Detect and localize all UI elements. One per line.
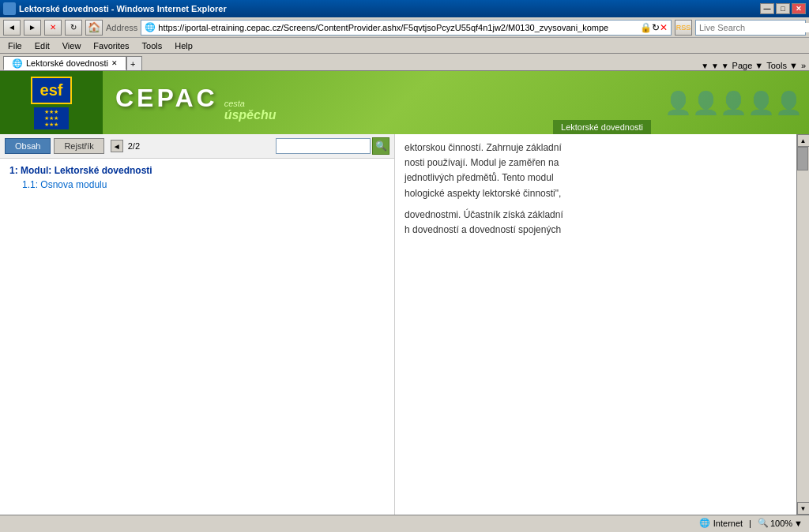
right-panel-wrapper: ektorskou činností. Zahrnuje základní no… bbox=[395, 134, 809, 515]
refresh-button[interactable]: ↻ bbox=[65, 20, 82, 36]
zoom-label: 100% bbox=[770, 519, 792, 528]
stop-button[interactable]: ✕ bbox=[44, 20, 62, 36]
tab-bar: 🌐 Lektorské dovednosti ✕ + ▼ ▼ ▼ Page ▼ … bbox=[0, 54, 809, 71]
status-zoom[interactable]: 🔍 100% ▼ bbox=[758, 518, 803, 528]
tab-icon: 🌐 bbox=[12, 58, 23, 69]
menu-edit[interactable]: Edit bbox=[30, 39, 55, 52]
nav-arrows: ◄ 2/2 bbox=[111, 140, 143, 152]
menu-tools[interactable]: Tools bbox=[137, 39, 167, 52]
page-icon: 🌐 bbox=[145, 22, 156, 32]
scroll-track[interactable] bbox=[797, 147, 810, 502]
tab-tools-label: ▼ ▼ ▼ bbox=[701, 62, 728, 70]
maximize-button[interactable]: □ bbox=[776, 3, 790, 14]
page-indicator: 2/2 bbox=[125, 141, 143, 151]
obsah-tab[interactable]: Obsah bbox=[5, 138, 51, 154]
back-button[interactable]: ◄ bbox=[3, 20, 21, 36]
zoom-icon: 🔍 bbox=[758, 518, 769, 528]
panel-search-button[interactable]: 🔍 bbox=[372, 137, 389, 155]
cepac-header: esf ★★★★★★★★★ CEPAC cesta úspěchu Lektor… bbox=[0, 71, 809, 134]
menu-favorites[interactable]: Favorites bbox=[88, 39, 134, 52]
prev-page-button[interactable]: ◄ bbox=[111, 140, 123, 152]
internet-icon: 🌐 bbox=[699, 518, 710, 528]
esf-logo: esf bbox=[31, 77, 73, 104]
new-tab-button[interactable]: + bbox=[126, 56, 142, 70]
lock-icon: 🔒 bbox=[640, 22, 652, 33]
content-text-block1: ektorskou činností. Zahrnuje základní no… bbox=[404, 140, 787, 201]
cepac-people-silhouettes: 👤👤👤👤👤 bbox=[651, 71, 809, 134]
panel-search-input[interactable] bbox=[276, 138, 371, 154]
tools-dropdown[interactable]: Tools ▼ bbox=[766, 61, 798, 70]
content-text-block2: dovednostmi. Účastník získá základní h d… bbox=[404, 208, 787, 238]
status-right: 🌐 Internet | 🔍 100% ▼ bbox=[699, 518, 803, 528]
tree-item-osnova[interactable]: 1.1: Osnova modulu bbox=[22, 179, 385, 190]
eu-flag: ★★★★★★★★★ bbox=[34, 107, 69, 129]
cross-icon-small: ✕ bbox=[660, 22, 668, 33]
ie-window-icon bbox=[3, 2, 16, 15]
expand-icon[interactable]: » bbox=[801, 61, 806, 70]
zone-label: Internet bbox=[713, 519, 743, 528]
browser-content: esf ★★★★★★★★★ CEPAC cesta úspěchu Lektor… bbox=[0, 71, 809, 515]
rss-button[interactable]: RSS bbox=[675, 20, 692, 36]
page-dropdown[interactable]: Page ▼ bbox=[732, 61, 764, 70]
home-button[interactable]: 🏠 bbox=[85, 20, 103, 36]
status-separator: | bbox=[749, 519, 751, 528]
title-left: Lektorské dovednosti - Windows Internet … bbox=[3, 2, 227, 15]
address-input-wrapper[interactable]: 🌐 🔒 ↻ ✕ bbox=[141, 20, 672, 36]
tab-close-icon[interactable]: ✕ bbox=[111, 59, 118, 67]
window-titlebar: Lektorské dovednosti - Windows Internet … bbox=[0, 0, 809, 17]
scroll-thumb[interactable] bbox=[797, 147, 808, 170]
scroll-down-button[interactable]: ▼ bbox=[797, 502, 810, 515]
tree-content: 1: Modul: Lektorské dovednosti 1.1: Osno… bbox=[0, 159, 394, 515]
cepac-subtitle: cesta úspěchu bbox=[224, 99, 277, 122]
panel-toolbar: Obsah Rejstřík ◄ 2/2 🔍 bbox=[0, 134, 394, 159]
refresh-icon-small: ↻ bbox=[652, 22, 660, 33]
cepac-logo-area: esf ★★★★★★★★★ bbox=[0, 71, 103, 134]
zoom-dropdown-icon[interactable]: ▼ bbox=[794, 519, 803, 528]
scroll-up-button[interactable]: ▲ bbox=[797, 134, 810, 147]
menu-view[interactable]: View bbox=[58, 39, 86, 52]
search-input[interactable] bbox=[696, 23, 809, 32]
active-tab[interactable]: 🌐 Lektorské dovednosti ✕ bbox=[3, 56, 126, 70]
cepac-brand-area: CEPAC cesta úspěchu Lektorské dovednosti bbox=[103, 71, 651, 134]
menu-file[interactable]: File bbox=[3, 39, 27, 52]
close-button[interactable]: ✕ bbox=[792, 3, 806, 14]
left-panel: Obsah Rejstřík ◄ 2/2 🔍 1: Modul: Lektors… bbox=[0, 134, 395, 515]
cepac-title: CEPAC bbox=[115, 84, 218, 113]
status-bar: 🌐 Internet | 🔍 100% ▼ bbox=[0, 515, 809, 530]
status-zone: 🌐 Internet bbox=[699, 518, 743, 528]
menu-help[interactable]: Help bbox=[170, 39, 198, 52]
panel-search-area: 🔍 bbox=[276, 137, 389, 155]
address-bar: ◄ ► ✕ ↻ 🏠 Address 🌐 🔒 ↻ ✕ RSS 🔍 bbox=[0, 17, 809, 38]
menu-bar: File Edit View Favorites Tools Help bbox=[0, 38, 809, 54]
module-title-bar: Lektorské dovednosti bbox=[553, 120, 651, 134]
window-controls[interactable]: — □ ✕ bbox=[760, 3, 806, 14]
search-wrapper[interactable]: 🔍 bbox=[695, 20, 806, 36]
window-title: Lektorské dovednosti - Windows Internet … bbox=[19, 4, 227, 13]
main-content: Obsah Rejstřík ◄ 2/2 🔍 1: Modul: Lektors… bbox=[0, 134, 809, 515]
minimize-button[interactable]: — bbox=[760, 3, 774, 14]
rejstrik-tab[interactable]: Rejstřík bbox=[54, 138, 103, 154]
address-input[interactable] bbox=[158, 23, 640, 32]
address-label: Address bbox=[106, 23, 137, 32]
tab-tools-area: ▼ ▼ ▼ Page ▼ Tools ▼ » bbox=[701, 61, 806, 70]
tree-item-module[interactable]: 1: Modul: Lektorské dovednosti bbox=[9, 165, 385, 176]
tab-label: Lektorské dovednosti bbox=[26, 58, 108, 68]
right-scrollbar[interactable]: ▲ ▼ bbox=[796, 134, 809, 515]
forward-button[interactable]: ► bbox=[24, 20, 41, 36]
right-panel[interactable]: ektorskou činností. Zahrnuje základní no… bbox=[395, 134, 796, 515]
